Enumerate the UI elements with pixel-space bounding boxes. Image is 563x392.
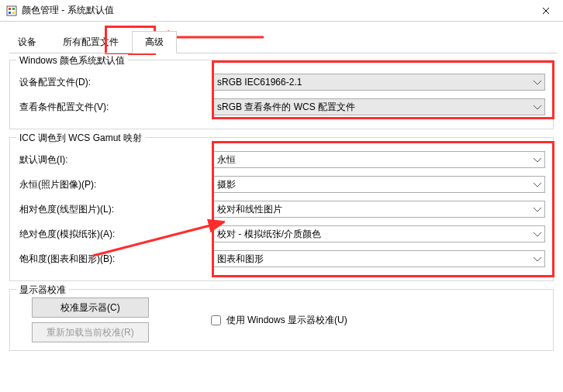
label-icc-2: 相对色度(线型图片)(L):: [18, 203, 212, 216]
label-device-profile: 设备配置文件(D):: [18, 76, 212, 89]
chevron-down-icon: [534, 204, 541, 215]
combo-device-profile-value: sRGB IEC61966-2.1: [217, 77, 302, 88]
chevron-down-icon: [534, 77, 541, 88]
combo-icc-2[interactable]: 校对和线性图片: [212, 201, 545, 218]
combo-view-conditions-value: sRGB 查看条件的 WCS 配置文件: [217, 101, 355, 114]
group-windows-defaults: Windows 颜色系统默认值 设备配置文件(D): sRGB IEC61966…: [9, 60, 554, 129]
label-icc-4: 饱和度(图表和图形)(B):: [18, 253, 212, 266]
svg-rect-3: [9, 12, 11, 14]
close-icon: [542, 7, 550, 15]
group-icc-wcs: ICC 调色到 WCS Gamut 映射 默认调色(I):永恒永恒(照片图像)(…: [9, 137, 554, 281]
svg-rect-4: [12, 12, 15, 14]
svg-rect-2: [12, 8, 15, 10]
checkbox-use-windows-calibration-label: 使用 Windows 显示器校准(U): [226, 314, 347, 327]
legend-icc-wcs: ICC 调色到 WCS Gamut 映射: [16, 132, 145, 145]
tab-all-profiles[interactable]: 所有配置文件: [50, 31, 132, 53]
checkbox-use-windows-calibration-input[interactable]: [211, 315, 221, 325]
chevron-down-icon: [534, 229, 541, 239]
chevron-down-icon: [534, 179, 541, 190]
combo-icc-4[interactable]: 图表和图形: [212, 250, 545, 267]
btn-reload-calibration-label: 重新加载当前校准(R): [47, 326, 134, 339]
chevron-down-icon: [534, 101, 541, 112]
tab-device[interactable]: 设备: [5, 31, 50, 53]
svg-rect-1: [9, 8, 11, 10]
label-icc-0: 默认调色(I):: [18, 153, 212, 167]
combo-icc-2-value: 校对和线性图片: [217, 203, 282, 216]
tab-strip: 设备 所有配置文件 高级: [5, 31, 563, 53]
group-display-calibration: 显示器校准 校准显示器(C) 重新加载当前校准(R) 使用 Windows 显示…: [9, 289, 554, 351]
combo-icc-3-value: 校对 - 模拟纸张/介质颜色: [217, 228, 321, 241]
combo-device-profile[interactable]: sRGB IEC61966-2.1: [212, 74, 545, 91]
label-icc-1: 永恒(照片图像)(P):: [18, 178, 212, 191]
combo-icc-3[interactable]: 校对 - 模拟纸张/介质颜色: [212, 225, 545, 242]
app-icon: [6, 5, 17, 16]
checkbox-use-windows-calibration[interactable]: 使用 Windows 显示器校准(U): [208, 313, 347, 328]
chevron-down-icon: [534, 253, 541, 264]
label-view-conditions: 查看条件配置文件(V):: [18, 101, 212, 114]
legend-display-calibration: 显示器校准: [16, 284, 69, 297]
label-icc-3: 绝对色度(模拟纸张)(A):: [18, 228, 212, 241]
combo-view-conditions[interactable]: sRGB 查看条件的 WCS 配置文件: [212, 98, 545, 115]
combo-icc-1-value: 摄影: [217, 178, 236, 191]
window-title: 颜色管理 - 系统默认值: [22, 4, 114, 17]
combo-icc-0-value: 永恒: [217, 153, 236, 167]
btn-calibrate-display[interactable]: 校准显示器(C): [32, 297, 149, 318]
chevron-down-icon: [534, 154, 541, 165]
combo-icc-4-value: 图表和图形: [217, 253, 264, 266]
btn-reload-calibration[interactable]: 重新加载当前校准(R): [32, 322, 149, 342]
legend-windows-defaults: Windows 颜色系统默认值: [16, 54, 128, 67]
combo-icc-0[interactable]: 永恒: [212, 151, 545, 168]
titlebar: 颜色管理 - 系统默认值: [0, 0, 563, 22]
tab-advanced[interactable]: 高级: [132, 31, 177, 53]
close-button[interactable]: [529, 0, 563, 22]
combo-icc-1[interactable]: 摄影: [212, 176, 545, 193]
btn-calibrate-display-label: 校准显示器(C): [60, 301, 120, 315]
svg-rect-0: [7, 6, 16, 15]
